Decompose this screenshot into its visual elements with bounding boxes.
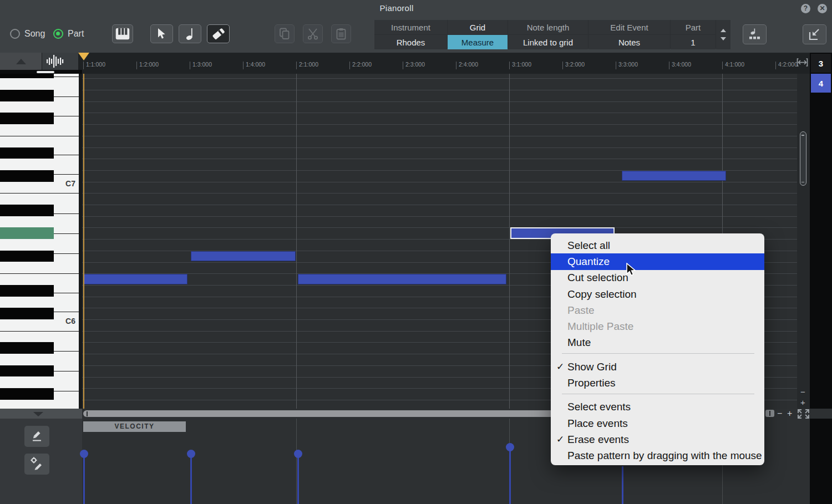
part-radio-circle[interactable] — [53, 29, 63, 39]
draw-tool-button[interactable] — [24, 426, 49, 447]
menu-separator — [551, 391, 764, 399]
white-key-divider — [54, 253, 79, 254]
hzoom-in[interactable]: + — [787, 409, 792, 418]
velocity-dot[interactable] — [294, 450, 302, 458]
black-key[interactable] — [0, 285, 54, 297]
black-key[interactable] — [0, 388, 54, 400]
velocity-stem[interactable] — [297, 454, 299, 504]
part-tab-3[interactable]: 3 — [811, 54, 831, 73]
black-key[interactable] — [0, 251, 54, 262]
black-key[interactable] — [0, 147, 54, 159]
midi-note[interactable] — [191, 251, 296, 261]
waveform-icon — [42, 53, 68, 70]
menu-item-select-all[interactable]: Select all — [551, 237, 764, 253]
menu-item-erase-events[interactable]: ✓Erase events — [551, 431, 764, 447]
white-key-divider — [0, 331, 79, 332]
step-input-button[interactable] — [743, 24, 767, 44]
auto-draw-tool-button[interactable] — [24, 454, 49, 475]
velocity-dot[interactable] — [187, 450, 195, 458]
black-key[interactable] — [0, 170, 54, 182]
vertical-scroll-thumb[interactable] — [800, 131, 806, 186]
mini-scroll-thumb[interactable] — [37, 71, 54, 73]
note-tool-button[interactable] — [179, 24, 201, 43]
select-tool-button[interactable] — [150, 24, 173, 43]
eraser-tool-button[interactable] — [207, 24, 230, 43]
part-down-icon[interactable] — [721, 37, 726, 40]
menu-item-select-events[interactable]: Select events — [551, 399, 764, 415]
grid-row-line — [82, 147, 797, 148]
menu-item-paste-pattern-by-dragging-with-the-mouse[interactable]: Paste pattern by dragging with the mouse — [551, 448, 764, 464]
playhead-marker[interactable] — [78, 53, 89, 60]
midi-note[interactable] — [298, 274, 506, 284]
timeline-ruler[interactable]: 1:1:0001:2:0001:3:0001:4:0002:1:0002:2:0… — [82, 53, 810, 74]
ruler-label: 2:3:000 — [405, 61, 425, 68]
black-key[interactable] — [0, 113, 54, 124]
vertical-zoom-in[interactable]: + — [800, 399, 805, 406]
menu-item-place-events[interactable]: Place events — [551, 415, 764, 431]
velocity-stem[interactable] — [509, 447, 511, 504]
option-header-note-length: Note length — [508, 20, 588, 34]
paste-button[interactable] — [331, 24, 351, 43]
hzoom-out[interactable]: − — [777, 409, 782, 418]
ruler-tick — [722, 62, 723, 69]
copy-button[interactable] — [275, 24, 295, 43]
measure-line — [509, 74, 510, 409]
collapse-down-bar[interactable] — [0, 409, 82, 419]
menu-separator — [551, 351, 764, 359]
black-key[interactable] — [0, 205, 54, 216]
waveform-view-button[interactable] — [42, 53, 78, 70]
close-icon[interactable]: ✕ — [818, 4, 827, 13]
velocity-stem[interactable] — [622, 466, 623, 504]
copy-icon — [279, 28, 290, 40]
menu-item-copy-selection[interactable]: Copy selection — [551, 286, 764, 302]
song-radio-circle[interactable] — [10, 29, 20, 39]
option-value-edit-event[interactable]: Notes — [589, 35, 670, 49]
menu-item-quantize[interactable]: Quantize — [551, 253, 764, 269]
option-value-note-length[interactable]: Linked to grid — [508, 35, 588, 49]
black-key[interactable] — [0, 74, 54, 78]
velocity-stem[interactable] — [83, 454, 85, 504]
black-key[interactable] — [0, 308, 54, 319]
eraser-icon — [212, 28, 225, 40]
white-key-divider — [54, 293, 79, 293]
expand-icon[interactable] — [798, 409, 809, 419]
part-up-icon[interactable] — [721, 29, 726, 32]
ruler-expand-icon[interactable] — [797, 58, 808, 67]
velocity-dot[interactable] — [506, 443, 514, 451]
option-value-instrument[interactable]: Rhodes — [374, 35, 447, 49]
menu-item-show-grid[interactable]: ✓Show Grid — [551, 359, 764, 375]
midi-note[interactable] — [83, 274, 187, 284]
midi-note[interactable] — [622, 171, 726, 181]
song-radio[interactable]: Song — [10, 29, 45, 39]
vertical-scrollbar[interactable]: − + — [797, 74, 810, 409]
menu-item-properties[interactable]: Properties — [551, 375, 764, 391]
options-grid: InstrumentGridNote lengthEdit EventPartR… — [374, 20, 728, 49]
velocity-stem[interactable] — [190, 454, 192, 504]
part-tab-4[interactable]: 4 — [811, 74, 831, 93]
black-key[interactable] — [0, 90, 54, 101]
part-radio[interactable]: Part — [53, 29, 84, 39]
piano-keyboard[interactable]: C7C6 — [0, 74, 79, 409]
option-value-part[interactable]: 1 — [671, 35, 716, 49]
keyboard-toggle-button[interactable] — [112, 24, 133, 43]
black-key[interactable] — [0, 342, 54, 354]
help-icon[interactable]: ? — [801, 4, 810, 13]
highlighted-key[interactable] — [0, 227, 54, 239]
cursor-tool-icon — [157, 28, 167, 40]
menu-item-cut-selection[interactable]: Cut selection — [551, 270, 764, 286]
velocity-dot[interactable] — [80, 450, 88, 458]
menu-item-mute[interactable]: Mute — [551, 335, 764, 351]
corner-arrow-icon — [808, 28, 821, 41]
black-key[interactable] — [0, 365, 54, 377]
import-to-corner-button[interactable] — [803, 24, 826, 44]
option-value-grid[interactable]: Measure — [448, 35, 508, 49]
ruler-tick — [562, 62, 563, 69]
collapse-up-button[interactable] — [0, 53, 42, 70]
white-key-divider — [54, 116, 79, 116]
ruler-label: 2:2:000 — [352, 61, 372, 68]
option-header-part: Part — [671, 20, 716, 34]
velocity-pane-handle[interactable] — [765, 410, 774, 417]
cut-button[interactable] — [303, 24, 323, 43]
grid-row-line — [82, 136, 797, 136]
vertical-zoom-out[interactable]: − — [800, 388, 805, 396]
